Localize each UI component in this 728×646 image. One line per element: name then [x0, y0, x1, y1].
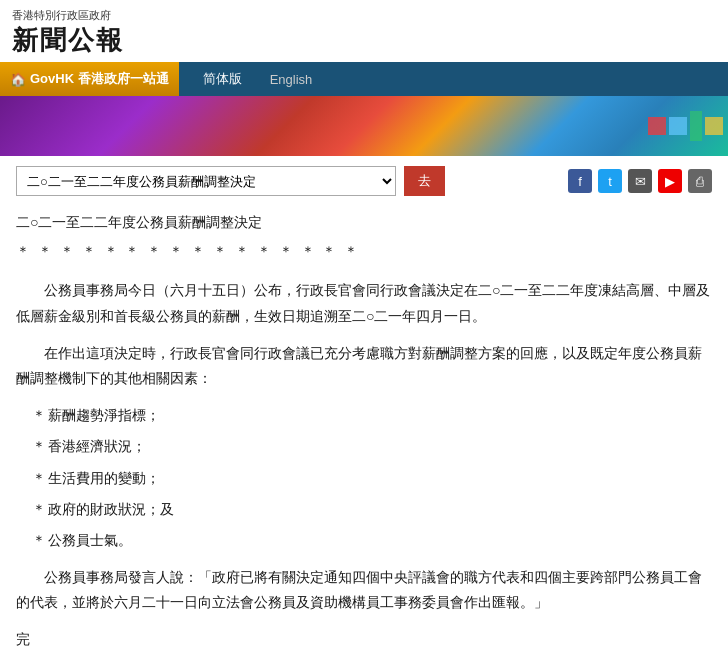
- home-icon: 🏠: [10, 72, 26, 87]
- mail-icon[interactable]: ✉: [628, 169, 652, 193]
- article-para-2: 在作出這項決定時，行政長官會同行政會議已充分考慮職方對薪酬調整方案的回應，以及既…: [16, 341, 712, 391]
- banner-deco-2: [669, 117, 687, 135]
- article-para-1: 公務員事務局今日（六月十五日）公布，行政長官會同行政會議決定在二○二一至二二年度…: [16, 278, 712, 328]
- bullet-item: 薪酬趨勢淨指標；: [32, 403, 712, 428]
- govhk-label: GovHK 香港政府一站通: [30, 70, 169, 88]
- end-mark: 完: [16, 627, 712, 646]
- gov-label: 香港特別行政區政府: [12, 8, 716, 23]
- header: 香港特別行政區政府 新聞公報: [0, 0, 728, 62]
- banner-deco-1: [648, 117, 666, 135]
- bullet-item: 生活費用的變動；: [32, 466, 712, 491]
- site-title: 新聞公報: [12, 23, 716, 58]
- bullet-list: 薪酬趨勢淨指標；香港經濟狀況；生活費用的變動；政府的財政狀況；及公務員士氣。: [32, 403, 712, 553]
- nav-links: 简体版 English: [189, 70, 327, 88]
- nav-bar: 🏠 GovHK 香港政府一站通 简体版 English: [0, 62, 728, 96]
- bullet-item: 公務員士氣。: [32, 528, 712, 553]
- banner: [0, 96, 728, 156]
- article-para-3: 公務員事務局發言人說：「政府已將有關決定通知四個中央評議會的職方代表和四個主要跨…: [16, 565, 712, 615]
- article-dropdown[interactable]: 二○二一至二二年度公務員薪酬調整決定: [16, 166, 396, 196]
- simplified-link[interactable]: 简体版: [189, 70, 256, 88]
- toolbar: 二○二一至二二年度公務員薪酬調整決定 去 f t ✉ ▶ ⎙: [16, 166, 712, 196]
- banner-decoration: [528, 96, 728, 156]
- twitter-icon[interactable]: t: [598, 169, 622, 193]
- govhk-nav[interactable]: 🏠 GovHK 香港政府一站通: [0, 62, 179, 96]
- bullet-item: 政府的財政狀況；及: [32, 497, 712, 522]
- banner-deco-4: [705, 117, 723, 135]
- content-area: 二○二一至二二年度公務員薪酬調整決定 去 f t ✉ ▶ ⎙ 二○二一至二二年度…: [0, 156, 728, 646]
- article-stars: ＊ ＊ ＊ ＊ ＊ ＊ ＊ ＊ ＊ ＊ ＊ ＊ ＊ ＊ ＊ ＊: [16, 239, 712, 264]
- banner-deco-3: [690, 111, 702, 141]
- toolbar-left: 二○二一至二二年度公務員薪酬調整決定 去: [16, 166, 445, 196]
- go-button[interactable]: 去: [404, 166, 445, 196]
- youtube-icon[interactable]: ▶: [658, 169, 682, 193]
- article: 二○二一至二二年度公務員薪酬調整決定 ＊ ＊ ＊ ＊ ＊ ＊ ＊ ＊ ＊ ＊ ＊…: [16, 210, 712, 646]
- print-icon[interactable]: ⎙: [688, 169, 712, 193]
- social-icons: f t ✉ ▶ ⎙: [568, 169, 712, 193]
- bullet-item: 香港經濟狀況；: [32, 434, 712, 459]
- english-link[interactable]: English: [256, 72, 327, 87]
- article-title: 二○二一至二二年度公務員薪酬調整決定: [16, 210, 712, 235]
- facebook-icon[interactable]: f: [568, 169, 592, 193]
